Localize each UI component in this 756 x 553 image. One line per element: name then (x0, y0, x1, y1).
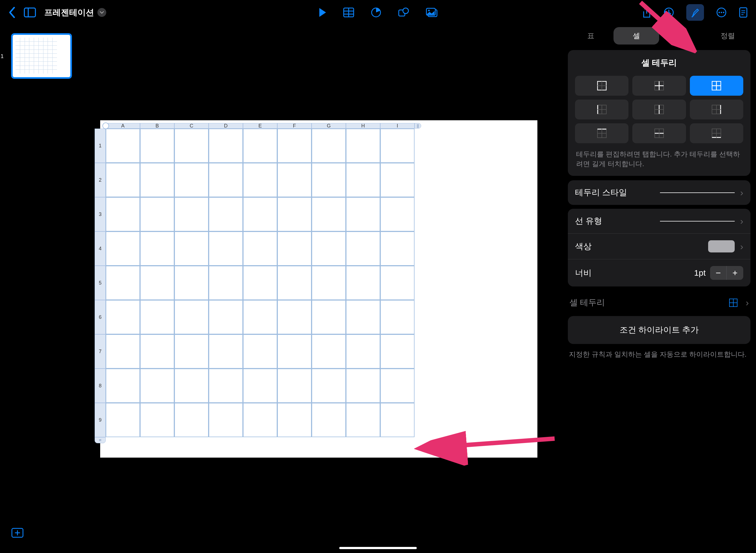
table-cell[interactable] (243, 334, 277, 369)
table-cell[interactable] (209, 300, 243, 334)
column-header[interactable]: C (174, 123, 209, 129)
table-cell[interactable] (277, 163, 312, 197)
table-cell[interactable] (380, 129, 415, 163)
document-title[interactable]: 프레젠테이션 (44, 7, 106, 18)
tab-table[interactable]: 표 (568, 27, 614, 45)
more-button[interactable] (716, 7, 727, 18)
table-cell[interactable] (380, 266, 415, 300)
table-cell[interactable] (209, 163, 243, 197)
table-cell[interactable] (174, 266, 209, 300)
table-cell[interactable] (346, 334, 380, 369)
table-cell[interactable] (243, 231, 277, 266)
table-cell[interactable] (346, 197, 380, 231)
share-button[interactable] (642, 7, 651, 18)
table-cell[interactable] (140, 266, 174, 300)
width-increase-button[interactable]: + (727, 266, 743, 280)
table-cell[interactable] (140, 231, 174, 266)
border-horizontal-option[interactable] (632, 123, 686, 143)
table-cell[interactable] (174, 163, 209, 197)
table-cell[interactable] (140, 403, 174, 437)
border-bottom-option[interactable] (690, 123, 743, 143)
table-cell[interactable] (209, 231, 243, 266)
chart-insert-button[interactable] (371, 7, 381, 18)
row-header[interactable]: 5 (95, 266, 106, 300)
table-cell[interactable] (312, 231, 346, 266)
table-cell[interactable] (312, 197, 346, 231)
border-left-option[interactable] (575, 99, 628, 120)
column-header[interactable]: I (380, 123, 415, 129)
table-insert-button[interactable] (343, 7, 354, 17)
table-cell[interactable] (312, 266, 346, 300)
border-inner-option[interactable] (632, 76, 686, 96)
line-type-row[interactable]: 선 유형 › (568, 209, 750, 234)
table-cell[interactable] (106, 129, 140, 163)
table-cell[interactable] (140, 163, 174, 197)
cell-border-nav[interactable]: 셀 테두리 › (568, 290, 750, 316)
sidebar-toggle-button[interactable] (24, 7, 36, 17)
column-header[interactable]: B (140, 123, 174, 129)
table-cell[interactable] (243, 369, 277, 403)
border-right-option[interactable] (690, 99, 743, 120)
table-cell[interactable] (277, 197, 312, 231)
row-header[interactable]: 2 (95, 163, 106, 197)
table-cell[interactable] (174, 403, 209, 437)
color-row[interactable]: 색상 › (568, 234, 750, 259)
table-cell[interactable] (106, 300, 140, 334)
table-object[interactable]: A B C D E F G H I || 1 2 3 4 (95, 123, 421, 443)
table-cell[interactable] (106, 163, 140, 197)
table-cell[interactable] (277, 334, 312, 369)
table-cell[interactable] (346, 300, 380, 334)
table-cell[interactable] (277, 369, 312, 403)
table-cell[interactable] (277, 403, 312, 437)
table-cell[interactable] (346, 369, 380, 403)
table-cell[interactable] (380, 300, 415, 334)
table-cell[interactable] (380, 403, 415, 437)
column-header[interactable]: G (312, 123, 346, 129)
column-add-handle[interactable]: || (415, 123, 421, 129)
row-header[interactable]: 1 (95, 129, 106, 163)
table-cell[interactable] (346, 129, 380, 163)
border-style-row[interactable]: 테두리 스타일 › (568, 180, 750, 205)
row-header[interactable]: 7 (95, 334, 106, 369)
tab-format[interactable]: 포맷 (659, 27, 705, 45)
column-header[interactable]: A (106, 123, 140, 129)
table-cell[interactable] (209, 129, 243, 163)
table-cell[interactable] (380, 231, 415, 266)
table-cell[interactable] (243, 403, 277, 437)
table-cell[interactable] (140, 369, 174, 403)
table-cell[interactable] (243, 197, 277, 231)
table-cell[interactable] (174, 369, 209, 403)
table-cell[interactable] (277, 129, 312, 163)
table-cell[interactable] (174, 300, 209, 334)
table-cell[interactable] (312, 163, 346, 197)
table-cell[interactable] (346, 163, 380, 197)
table-cell[interactable] (174, 197, 209, 231)
table-cell[interactable] (209, 197, 243, 231)
column-header[interactable]: D (209, 123, 243, 129)
table-cell[interactable] (106, 403, 140, 437)
table-cell[interactable] (312, 369, 346, 403)
add-highlight-button[interactable]: 조건 하이라이트 추가 (568, 316, 750, 344)
border-vertical-option[interactable] (632, 99, 686, 120)
table-cell[interactable] (312, 300, 346, 334)
table-cell[interactable] (140, 300, 174, 334)
row-header[interactable]: 3 (95, 197, 106, 231)
row-header[interactable]: 8 (95, 369, 106, 403)
table-cell[interactable] (346, 403, 380, 437)
table-cell[interactable] (346, 231, 380, 266)
table-corner-handle[interactable] (102, 123, 109, 129)
table-cell[interactable] (140, 334, 174, 369)
shape-insert-button[interactable] (398, 7, 409, 18)
table-cell[interactable] (380, 334, 415, 369)
table-cell[interactable] (243, 163, 277, 197)
table-cell[interactable] (380, 163, 415, 197)
play-button[interactable] (318, 7, 327, 17)
table-cell[interactable] (174, 231, 209, 266)
table-cell[interactable] (209, 334, 243, 369)
table-cell[interactable] (243, 129, 277, 163)
row-add-handle[interactable]: = (95, 437, 106, 443)
format-brush-button[interactable] (686, 4, 704, 21)
column-header[interactable]: F (277, 123, 312, 129)
column-header[interactable]: H (346, 123, 380, 129)
column-header[interactable]: E (243, 123, 277, 129)
